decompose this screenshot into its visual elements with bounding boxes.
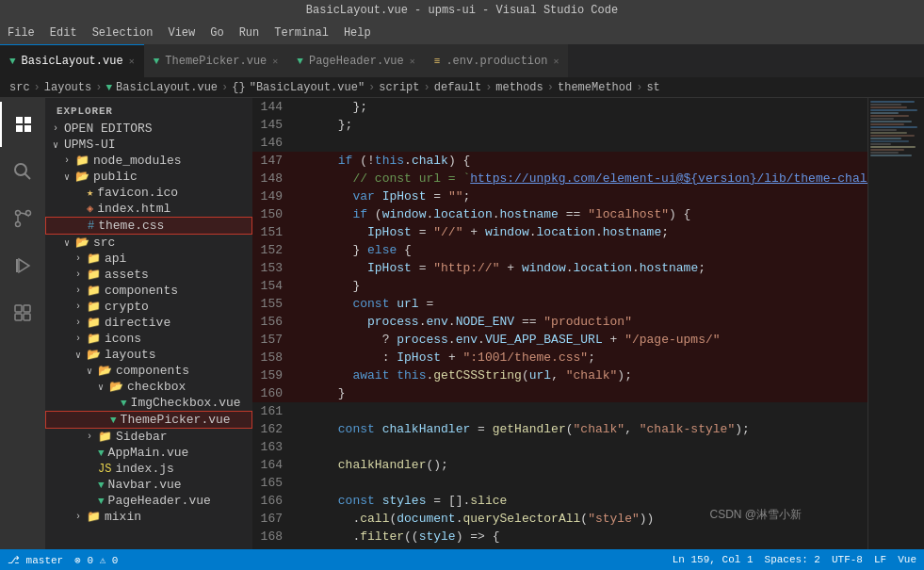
expand-icon: › — [75, 318, 87, 328]
sidebar-item-src[interactable]: ∨ 📂 src — [45, 235, 252, 251]
sidebar-item-directive[interactable]: › 📁 directive — [45, 315, 252, 331]
file-label: ThemePicker.vue — [121, 413, 231, 427]
close-icon[interactable]: ✕ — [272, 56, 278, 67]
menu-run[interactable]: Run — [239, 26, 260, 40]
svg-rect-13 — [24, 305, 30, 312]
code-editor[interactable]: 144 }; 145 }; 146 147 if (!this.chalk) { — [252, 98, 867, 549]
code-line-166: 166 const styles = [].slice — [252, 492, 867, 510]
tab-page-header[interactable]: ▼ PageHeader.vue ✕ — [287, 44, 424, 77]
status-eol[interactable]: LF — [874, 554, 886, 565]
sidebar-item-layouts[interactable]: ∨ 📂 layouts — [45, 347, 252, 363]
activity-source-control[interactable] — [0, 196, 45, 241]
breadcrumb-sep: › — [221, 81, 228, 94]
code-line-155: 155 const url = — [252, 295, 867, 313]
code-line-163: 163 — [252, 438, 867, 456]
minimap-line — [870, 121, 912, 122]
folder-label: components — [105, 284, 178, 298]
minimap-line — [870, 132, 907, 134]
menu-terminal[interactable]: Terminal — [274, 26, 329, 40]
tab-theme-picker[interactable]: ▼ ThemePicker.vue ✕ — [144, 44, 288, 77]
explorer-header: EXPLORER — [45, 98, 252, 121]
sidebar-item-indexjs[interactable]: JS index.js — [45, 461, 252, 477]
breadcrumb-st: st — [646, 81, 659, 94]
menu-edit[interactable]: Edit — [50, 26, 77, 40]
minimap-line — [870, 118, 894, 120]
tab-basic-layout[interactable]: ▼ BasicLayout.vue ✕ — [0, 44, 144, 77]
file-label: index.js — [115, 462, 173, 476]
css-icon: # — [88, 220, 94, 233]
menu-view[interactable]: View — [168, 26, 195, 40]
minimap-content — [868, 98, 924, 159]
sidebar-item-imgcheckbox[interactable]: ▼ ImgCheckbox.vue — [45, 395, 252, 411]
breadcrumb: src › layouts › ▼ BasicLayout.vue › {} "… — [0, 77, 924, 98]
code-line-157: 157 ? process.env.VUE_APP_BASE_URL + "/p… — [252, 331, 867, 349]
code-line-167: 167 .call(document.querySelectorAll("sty… — [252, 510, 867, 528]
activity-extensions[interactable] — [0, 290, 45, 335]
code-line-153: 153 IpHost = "http://" + window.location… — [252, 259, 867, 277]
sidebar-item-crypto[interactable]: › 📁 crypto — [45, 299, 252, 315]
menu-help[interactable]: Help — [344, 26, 371, 40]
sidebar-item-checkbox[interactable]: ∨ 📂 checkbox — [45, 379, 252, 395]
status-branch[interactable]: ⎇ master — [8, 554, 63, 566]
breadcrumb-script: script — [379, 81, 419, 94]
sidebar-item-layouts-components[interactable]: ∨ 📂 components — [45, 363, 252, 379]
status-position[interactable]: Ln 159, Col 1 — [673, 554, 754, 565]
folder-icon: 📂 — [87, 348, 101, 362]
tab-env-production[interactable]: ≡ .env.production ✕ — [425, 44, 569, 77]
svg-rect-12 — [15, 305, 22, 312]
breadcrumb-name: "BasicLayout.vue" — [250, 81, 365, 94]
sidebar-item-favicon[interactable]: ★ favicon.ico — [45, 185, 252, 201]
code-line-150: 150 if (window.location.hostname == "loc… — [252, 205, 867, 223]
code-line-169: 169 const text = style.innerText; — [252, 546, 867, 549]
vue-icon: ▼ — [98, 496, 105, 507]
title-bar: BasicLayout.vue - upms-ui - Visual Studi… — [0, 0, 924, 21]
svg-rect-14 — [15, 314, 22, 320]
status-language[interactable]: Vue — [898, 554, 916, 565]
sidebar-item-node-modules[interactable]: › 📁 node_modules — [45, 153, 252, 169]
status-errors[interactable]: ⊗ 0 ⚠ 0 — [74, 554, 118, 566]
sidebar-item-public[interactable]: ∨ 📂 public — [45, 169, 252, 185]
sidebar-item-themepicker[interactable]: ▼ ThemePicker.vue — [45, 411, 252, 429]
status-encoding[interactable]: UTF-8 — [832, 554, 863, 565]
breadcrumb-sep: › — [34, 81, 41, 94]
sidebar-item-open-editors[interactable]: › OPEN EDITORS — [45, 121, 252, 137]
sidebar-item-api[interactable]: › 📁 api — [45, 251, 252, 267]
file-label: AppMain.vue — [108, 446, 189, 460]
sidebar-item-components[interactable]: › 📁 components — [45, 283, 252, 299]
sidebar-item-sidebar[interactable]: › 📁 Sidebar — [45, 429, 252, 445]
status-spaces[interactable]: Spaces: 2 — [765, 554, 820, 565]
sidebar-item-upms-ui[interactable]: ∨ UPMS-UI — [45, 137, 252, 153]
sidebar-item-navbar[interactable]: ▼ Navbar.vue — [45, 477, 252, 493]
file-label: theme.css — [98, 219, 164, 233]
minimap-line — [870, 146, 916, 148]
expand-icon: ∨ — [98, 382, 109, 393]
activity-search[interactable] — [0, 149, 45, 194]
expand-icon: ∨ — [64, 171, 75, 183]
sidebar-item-index-html[interactable]: ◈ index.html — [45, 201, 252, 217]
sidebar-item-theme-css[interactable]: # theme.css — [45, 217, 252, 235]
activity-run[interactable] — [0, 243, 45, 288]
tab-label: BasicLayout.vue — [22, 55, 123, 68]
folder-label: node_modules — [93, 154, 182, 168]
menu-file[interactable]: File — [8, 26, 35, 40]
close-icon[interactable]: ✕ — [410, 56, 415, 67]
expand-icon: › — [64, 155, 75, 166]
menu-go[interactable]: Go — [210, 26, 223, 40]
sidebar-item-appmain[interactable]: ▼ AppMain.vue — [45, 445, 252, 461]
activity-bar — [0, 98, 45, 549]
folder-icon: 📂 — [109, 380, 123, 394]
vue-icon: ▼ — [98, 480, 105, 491]
sidebar-item-icons[interactable]: › 📁 icons — [45, 331, 252, 347]
activity-explorer[interactable] — [0, 102, 45, 147]
expand-icon: ∨ — [87, 366, 98, 377]
minimap-line — [870, 152, 899, 154]
close-icon[interactable]: ✕ — [129, 56, 135, 67]
env-icon: ≡ — [434, 56, 441, 67]
main-layout: EXPLORER › OPEN EDITORS ∨ UPMS-UI › 📁 no… — [0, 98, 924, 549]
sidebar-item-assets[interactable]: › 📁 assets — [45, 267, 252, 283]
expand-icon: ∨ — [75, 350, 87, 361]
menu-selection[interactable]: Selection — [92, 26, 154, 40]
close-icon[interactable]: ✕ — [553, 56, 559, 67]
sidebar-item-pageheader[interactable]: ▼ PageHeader.vue — [45, 493, 252, 509]
sidebar-item-mixin[interactable]: › 📁 mixin — [45, 509, 252, 525]
